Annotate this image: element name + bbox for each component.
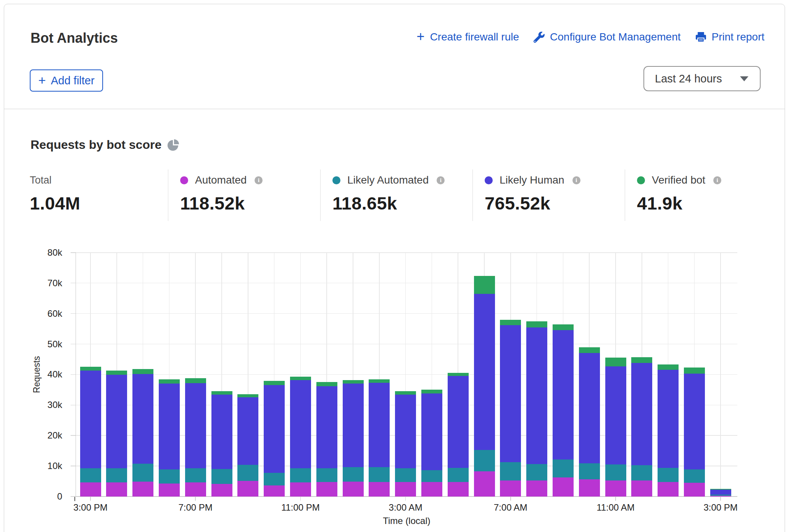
printer-icon — [695, 32, 706, 43]
stat-likely-human: Likely Human i 765.52k — [485, 175, 580, 214]
info-icon[interactable]: i — [437, 176, 445, 184]
stat-label: Likely Human — [500, 174, 564, 186]
stat-label: Automated — [195, 174, 247, 186]
legend-dot-likely-human — [485, 176, 493, 184]
pie-chart-icon — [168, 139, 179, 151]
stat-likely-automated: Likely Automated i 118.65k — [332, 175, 445, 214]
section-title-row: Requests by bot score — [31, 138, 179, 152]
stat-label: Total — [30, 174, 52, 186]
stat-divider — [625, 169, 625, 221]
info-icon[interactable]: i — [572, 176, 580, 184]
legend-dot-likely-automated — [332, 176, 340, 184]
legend-dot-verified-bot — [637, 176, 645, 184]
plus-icon: + — [38, 75, 46, 86]
stat-value: 765.52k — [485, 193, 580, 214]
stat-value: 1.04M — [30, 193, 80, 214]
stat-divider — [472, 169, 473, 221]
stat-divider — [168, 169, 168, 221]
stat-value: 118.52k — [180, 193, 263, 214]
stat-value: 41.9k — [637, 193, 721, 214]
stat-label: Likely Automated — [347, 174, 429, 186]
configure-bot-management-link[interactable]: Configure Bot Management — [534, 31, 680, 43]
wrench-icon — [534, 32, 545, 43]
bot-analytics-card: Bot Analytics + Create firewall rule Con… — [4, 4, 785, 532]
chevron-down-icon — [740, 76, 748, 81]
stat-label: Verified bot — [652, 174, 705, 186]
stat-verified-bot: Verified bot i 41.9k — [637, 175, 721, 214]
time-range-dropdown[interactable]: Last 24 hours — [643, 66, 761, 91]
stat-automated: Automated i 118.52k — [180, 175, 263, 214]
print-report-link[interactable]: Print report — [695, 31, 765, 43]
header-divider — [4, 109, 785, 109]
info-icon[interactable]: i — [255, 176, 263, 184]
legend-dot-automated — [180, 176, 188, 184]
add-filter-button[interactable]: + Add filter — [30, 69, 103, 92]
stat-total: Total 1.04M — [30, 175, 80, 214]
create-firewall-rule-link[interactable]: + Create firewall rule — [417, 31, 519, 43]
info-icon[interactable]: i — [713, 176, 721, 184]
section-title: Requests by bot score — [31, 138, 161, 152]
stat-value: 118.65k — [332, 193, 445, 214]
page-title: Bot Analytics — [31, 30, 118, 46]
header-actions: + Create firewall rule Configure Bot Man… — [417, 31, 764, 43]
plus-icon: + — [417, 31, 425, 42]
stat-divider — [320, 169, 321, 221]
